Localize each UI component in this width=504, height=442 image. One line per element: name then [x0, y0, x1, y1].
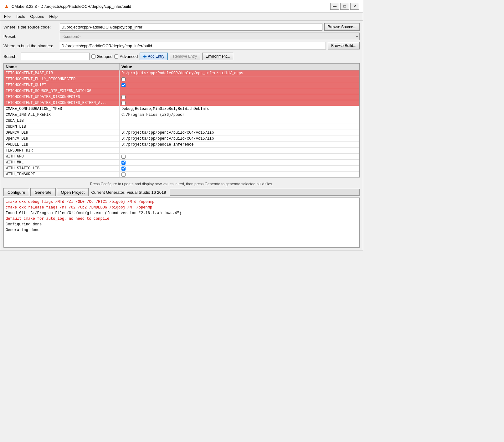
log-line: Generating done: [6, 227, 357, 233]
search-label: Search:: [3, 54, 18, 59]
table-row[interactable]: PADDLE_LIBD:/projects/cpp/paddle_inferen…: [4, 142, 359, 148]
cell-name: FETCHCONTENT_BASE_DIR: [4, 70, 120, 76]
cell-name: FETCHCONTENT_SOURCE_DIR_EXTERN_AUTOLOG: [4, 88, 120, 94]
table-row[interactable]: CMAKE_INSTALL_PREFIXC:/Program Files (x8…: [4, 112, 359, 118]
table-row[interactable]: FETCHCONTENT_UPDATES_DISCONNECTED: [4, 94, 359, 100]
cell-value: D:/projects/cpp/paddle_inference: [120, 142, 359, 147]
cell-checkbox-input[interactable]: [121, 101, 126, 105]
menu-options[interactable]: Options: [28, 13, 47, 20]
table-row[interactable]: OPENCV_DIRD:/projects/cpp/opencv/build/x…: [4, 130, 359, 136]
cell-value[interactable]: [120, 172, 359, 177]
grouped-checkbox[interactable]: [91, 54, 95, 59]
table-row[interactable]: WITH_MKL: [4, 160, 359, 166]
preset-label: Preset:: [3, 34, 60, 39]
log-line: cmake cxx release flags /MT /O2 /Ob2 /DN…: [6, 205, 357, 210]
grouped-label: Grouped: [97, 54, 113, 59]
cell-value: [120, 118, 359, 124]
preset-row: Preset: <custom>: [3, 33, 360, 40]
col-name-header: Name: [4, 64, 120, 70]
menu-help[interactable]: Help: [47, 13, 60, 20]
col-value-header: Value: [120, 64, 359, 70]
advanced-checkbox[interactable]: [114, 54, 118, 59]
cell-value: D:/projects/cpp/opencv/build/x64/vc15/li…: [120, 130, 359, 136]
cmake-icon: ▲: [4, 3, 9, 9]
cell-value: D:/projects/cpp/opencv/build/x64/vc15/li…: [120, 136, 359, 141]
preset-select[interactable]: <custom>: [60, 33, 360, 40]
cell-name: FETCHCONTENT_FULLY_DISCONNECTED: [4, 76, 120, 82]
environment-button[interactable]: Environment...: [202, 53, 233, 60]
maximize-button[interactable]: □: [340, 3, 349, 10]
cell-value[interactable]: [120, 100, 359, 106]
configure-button[interactable]: Configure: [3, 188, 29, 196]
toolbar: Search: Grouped Advanced ✚ Add Entry Rem…: [3, 51, 360, 61]
cell-checkbox-input[interactable]: [121, 167, 126, 171]
progress-bar: [170, 189, 360, 196]
cell-value[interactable]: [120, 82, 359, 88]
menu-tools[interactable]: Tools: [13, 13, 28, 20]
main-content: Where is the source code: Browse Source.…: [0, 21, 363, 250]
cell-name: OpenCV_DIR: [4, 136, 120, 141]
cell-checkbox-input[interactable]: [121, 95, 126, 99]
advanced-checkbox-label[interactable]: Advanced: [114, 54, 138, 59]
log-line: Found Git: C:/Program Files/Git/cmd/git.…: [6, 210, 357, 216]
generate-button[interactable]: Generate: [30, 188, 55, 196]
log-line: Configuring done: [6, 222, 357, 227]
table-row[interactable]: FETCHCONTENT_UPDATES_DISCONNECTED_EXTERN…: [4, 100, 359, 106]
cell-value: [120, 88, 359, 94]
generator-label: Current Generator: Visual Studio 16 2019: [91, 190, 166, 195]
cell-checkbox-input[interactable]: [121, 77, 126, 81]
cell-checkbox-input[interactable]: [121, 172, 126, 177]
cell-name: FETCHCONTENT_UPDATES_DISCONNECTED: [4, 94, 120, 100]
browse-source-button[interactable]: Browse Source...: [324, 23, 360, 31]
cmake-table: Name Value FETCHCONTENT_BASE_DIRD:/proje…: [3, 63, 360, 177]
table-row[interactable]: FETCHCONTENT_QUIET: [4, 82, 359, 88]
table-row[interactable]: CUDA_LIB: [4, 118, 359, 124]
window-title: CMake 3.22.3 - D:/projects/cpp/PaddleOCR…: [12, 4, 131, 9]
close-button[interactable]: ✕: [350, 3, 359, 10]
search-input[interactable]: [21, 53, 90, 60]
cell-value[interactable]: [120, 160, 359, 165]
remove-entry-button[interactable]: Remove Entry: [170, 53, 200, 60]
add-icon: ✚: [143, 54, 147, 59]
log-line: default cmake for auto_log, no need to c…: [6, 216, 357, 222]
advanced-label: Advanced: [120, 54, 138, 59]
log-area[interactable]: cmake cxx debug flags /MTd /Zi /Ob0 /Od …: [3, 198, 360, 248]
add-entry-button[interactable]: ✚ Add Entry: [140, 53, 168, 60]
table-row[interactable]: FETCHCONTENT_FULLY_DISCONNECTED: [4, 76, 359, 82]
cell-value[interactable]: [120, 166, 359, 171]
table-row[interactable]: WITH_GPU: [4, 154, 359, 160]
menu-file[interactable]: File: [2, 13, 13, 20]
cell-checkbox-input[interactable]: [121, 161, 126, 165]
build-row: Where to build the binaries: Browse Buil…: [3, 42, 360, 49]
grouped-checkbox-label[interactable]: Grouped: [91, 54, 113, 59]
table-row[interactable]: FETCHCONTENT_BASE_DIRD:/projects/cpp/Pad…: [4, 70, 359, 76]
log-line: cmake cxx debug flags /MTd /Zi /Ob0 /Od …: [6, 199, 357, 205]
table-row[interactable]: CUDNN_LIB: [4, 124, 359, 130]
source-input[interactable]: [60, 23, 322, 31]
menubar: File Tools Options Help: [0, 13, 363, 21]
build-input[interactable]: [60, 42, 326, 49]
cell-checkbox-input[interactable]: [121, 83, 126, 87]
cell-name: CMAKE_CONFIGURATION_TYPES: [4, 106, 120, 112]
titlebar-left: ▲ CMake 3.22.3 - D:/projects/cpp/PaddleO…: [4, 3, 131, 9]
open-project-button[interactable]: Open Project: [57, 188, 89, 196]
table-header: Name Value: [4, 64, 359, 70]
table-row[interactable]: CMAKE_CONFIGURATION_TYPESDebug;Release;M…: [4, 106, 359, 112]
table-row[interactable]: WITH_TENSORRT: [4, 172, 359, 177]
table-row[interactable]: TENSORRT_DIR: [4, 148, 359, 154]
table-row[interactable]: WITH_STATIC_LIB: [4, 166, 359, 172]
cell-value[interactable]: [120, 76, 359, 82]
table-body: FETCHCONTENT_BASE_DIRD:/projects/cpp/Pad…: [4, 70, 359, 177]
bottom-buttons: Configure Generate Open Project Current …: [3, 188, 360, 196]
cell-value[interactable]: [120, 154, 359, 159]
browse-build-button[interactable]: Browse Build...: [328, 42, 360, 49]
cell-value: D:/projects/cpp/PaddleOCR/deploy/cpp_inf…: [120, 70, 359, 76]
table-row[interactable]: FETCHCONTENT_SOURCE_DIR_EXTERN_AUTOLOG: [4, 88, 359, 94]
cell-value: [120, 124, 359, 130]
cell-name: TENSORRT_DIR: [4, 148, 120, 153]
minimize-button[interactable]: —: [330, 3, 339, 10]
cell-value[interactable]: [120, 94, 359, 100]
table-row[interactable]: OpenCV_DIRD:/projects/cpp/opencv/build/x…: [4, 136, 359, 142]
cell-value: C:/Program Files (x86)/ppocr: [120, 112, 359, 118]
cell-checkbox-input[interactable]: [121, 155, 126, 159]
